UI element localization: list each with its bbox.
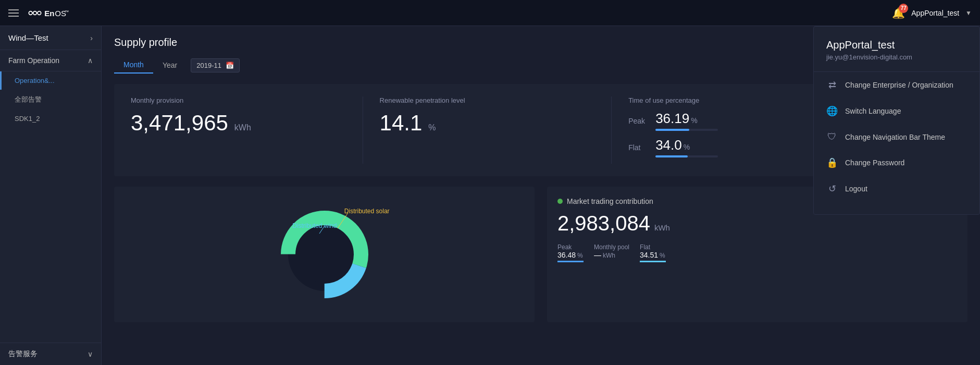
tou-flat-bar-fill: [655, 155, 688, 157]
stat-divider-1: [363, 96, 363, 164]
sidebar-item-operation[interactable]: Monthly provision Operation&...: [0, 71, 101, 90]
wind-test-title: Wind—Test: [8, 33, 48, 42]
stat-divider-2: [611, 96, 612, 164]
top-nav: En OS ™ 🔔 77 AppPortal_test ▼: [0, 0, 980, 26]
renewable-label: Renewable penetration level: [380, 96, 595, 104]
dropdown-logout-label: Logout: [845, 185, 867, 193]
mdi-peak-bar: [557, 261, 584, 262]
svg-point-0: [29, 11, 32, 15]
tou-flat-bar: [655, 155, 718, 157]
notification-badge: 77: [899, 4, 908, 13]
logo: En OS ™: [27, 5, 79, 21]
date-picker[interactable]: 2019-11 📅: [191, 58, 240, 72]
dropdown-password-label: Change Password: [845, 159, 904, 167]
language-icon: 🌐: [826, 105, 838, 117]
svg-line-6: [338, 213, 348, 228]
svg-text:En: En: [44, 8, 54, 17]
sidebar-item-sdk[interactable]: SDK1_2: [0, 110, 101, 128]
market-detail-peak: Peak 36.48 %: [557, 244, 584, 262]
donut-label-lines: [246, 197, 403, 312]
sidebar-bottom-title: 告警服务: [8, 349, 38, 359]
mdi-peak-label: Peak: [557, 244, 584, 251]
market-value: 2,983,084: [557, 212, 650, 235]
tou-peak-bar: [655, 129, 718, 131]
password-icon: 🔒: [826, 157, 838, 168]
hamburger-button[interactable]: [8, 9, 19, 17]
sidebar: Wind—Test › Farm Operation ∧ Monthly pro…: [0, 26, 102, 365]
date-value: 2019-11: [196, 62, 221, 69]
user-name-button[interactable]: AppPortal_test: [911, 9, 959, 17]
sidebar-alerts-service[interactable]: 告警服务 ∨: [0, 343, 101, 365]
stat-monthly-provision: Monthly provision 3,471,965 kWh: [131, 96, 346, 164]
user-dropdown-header: AppPortal_test jie.yu@1envision-digital.…: [814, 39, 979, 72]
market-details: Peak 36.48 % Monthly pool — kWh: [557, 244, 957, 262]
tou-flat-value: 34.0: [655, 137, 682, 153]
sidebar-item-alerts[interactable]: 全部告警: [0, 90, 101, 110]
svg-line-7: [319, 226, 325, 234]
market-detail-monthly-pool: Monthly pool — kWh: [594, 244, 629, 262]
monthly-provision-label: Monthly provision: [131, 96, 346, 104]
tou-peak-pct: %: [691, 116, 697, 125]
donut-chart-panel: Distributed solar Distributed wind: [114, 187, 535, 322]
mdi-monthly-label: Monthly pool: [594, 244, 629, 251]
tou-peak-label: Peak: [628, 117, 649, 125]
renewable-value: 14.1: [380, 111, 423, 136]
dropdown-item-password[interactable]: 🔒 Change Password: [814, 150, 979, 176]
market-detail-flat: Flat 34.51 %: [640, 244, 666, 262]
dropdown-language-label: Switch Language: [845, 107, 901, 115]
tab-month[interactable]: Month: [114, 57, 153, 74]
mdi-flat-value: 34.51: [640, 251, 658, 259]
dropdown-item-language[interactable]: 🌐 Switch Language: [814, 98, 979, 124]
market-title: Market trading contribution: [567, 197, 653, 205]
farm-operation-header[interactable]: Farm Operation ∧: [0, 50, 101, 71]
dropdown-item-logout[interactable]: ↺ Logout: [814, 176, 979, 202]
dropdown-item-nav-theme[interactable]: 🛡 Change Navigation Bar Theme: [814, 124, 979, 150]
renewable-unit: %: [428, 123, 436, 132]
stat-renewable: Renewable penetration level 14.1 %: [380, 96, 595, 164]
tou-peak-bar-fill: [655, 129, 689, 131]
tou-flat-label: Flat: [628, 143, 649, 152]
dropdown-user-email: jie.yu@1envision-digital.com: [826, 53, 967, 61]
tou-peak-value: 36.19: [655, 111, 689, 127]
tab-year[interactable]: Year: [153, 57, 187, 73]
user-dropdown-arrow[interactable]: ▼: [965, 9, 972, 17]
mdi-flat-label: Flat: [640, 244, 666, 251]
nav-right: 🔔 77 AppPortal_test ▼: [892, 7, 972, 19]
market-unit: kWh: [654, 223, 670, 232]
mdi-monthly-value: —: [594, 251, 601, 259]
wind-test-expand-icon: ›: [90, 34, 93, 42]
farm-operation-collapse-icon: ∧: [88, 56, 93, 65]
monthly-provision-unit: kWh: [234, 123, 251, 132]
tou-flat-pct: %: [684, 143, 690, 151]
mdi-peak-value: 36.48: [557, 251, 576, 259]
farm-operation-title: Farm Operation: [8, 56, 59, 65]
dropdown-item-enterprise[interactable]: ⇄ Change Enterprise / Organization: [814, 72, 979, 98]
svg-text:™: ™: [65, 9, 69, 14]
market-dot: [557, 199, 563, 204]
donut-container: Distributed solar Distributed wind: [125, 197, 524, 312]
nav-left: En OS ™: [8, 5, 79, 21]
nav-theme-icon: 🛡: [826, 131, 838, 142]
logout-icon: ↺: [826, 183, 838, 194]
dropdown-user-name: AppPortal_test: [826, 39, 967, 51]
notification-bell[interactable]: 🔔 77: [892, 7, 905, 19]
dropdown-enterprise-label: Change Enterprise / Organization: [845, 81, 953, 89]
sidebar-wind-test-header[interactable]: Wind—Test ›: [0, 26, 101, 50]
calendar-icon: 📅: [226, 62, 234, 69]
svg-point-1: [33, 11, 37, 15]
enterprise-icon: ⇄: [826, 79, 838, 91]
monthly-provision-value: 3,471,965: [131, 111, 228, 136]
logo-svg: En OS ™: [27, 5, 79, 21]
dropdown-nav-theme-label: Change Navigation Bar Theme: [845, 133, 945, 141]
user-dropdown-panel: AppPortal_test jie.yu@1envision-digital.…: [813, 26, 980, 215]
mdi-flat-bar: [640, 261, 666, 262]
svg-point-2: [38, 11, 41, 15]
alerts-service-expand-icon: ∨: [88, 350, 93, 358]
